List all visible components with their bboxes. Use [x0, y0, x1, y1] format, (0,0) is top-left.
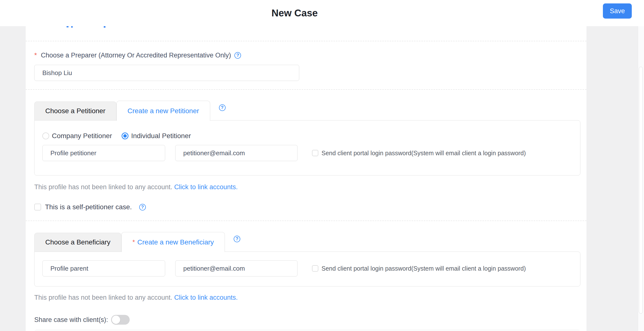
petitioner-send-password-checkbox-group[interactable]: Send client portal login password(System… — [312, 150, 526, 157]
clipped-scrolled-text-fragment — [71, 26, 73, 28]
new-case-page: * Choose a Preparer (Attorney Or Accredi… — [0, 0, 644, 331]
scrollbar-thumb[interactable] — [639, 67, 643, 314]
radio-company-petitioner[interactable]: Company Petitioner — [42, 132, 112, 140]
tab-choose-petitioner[interactable]: Choose a Petitioner — [34, 101, 116, 120]
beneficiary-panel: Send client portal login password(System… — [34, 252, 580, 287]
radio-circle — [122, 132, 128, 139]
petitioner-inputs-row: Send client portal login password(System… — [42, 145, 572, 161]
clipped-scrolled-text-fragment — [66, 26, 68, 27]
radio-circle — [42, 132, 49, 139]
right-gutter — [586, 26, 638, 331]
petitioner-email-input[interactable] — [175, 145, 298, 161]
beneficiary-send-password-checkbox-group[interactable]: Send client portal login password(System… — [312, 265, 526, 272]
dashed-divider — [26, 26, 586, 41]
self-petitioner-row: This is a self-petitioner case. ? — [34, 203, 580, 211]
petitioner-panel: Company Petitioner Individual Petitioner… — [34, 120, 580, 176]
link-accounts-link[interactable]: Click to link accounts. — [174, 294, 238, 301]
required-asterisk: * — [132, 238, 135, 246]
page-header: New Case Save — [0, 0, 644, 26]
checkbox[interactable] — [312, 265, 318, 272]
scrollbar-track[interactable] — [638, 0, 644, 331]
next-section-edge — [34, 329, 580, 331]
help-icon[interactable]: ? — [234, 52, 241, 59]
not-linked-text: This profile has not been linked to any … — [34, 183, 172, 191]
preparer-label-row: * Choose a Preparer (Attorney Or Accredi… — [34, 51, 580, 59]
send-password-label: Send client portal login password(System… — [322, 265, 526, 272]
toggle-knob — [112, 316, 120, 324]
tab-label: Create a new Beneficiary — [137, 238, 214, 246]
form-content: * Choose a Preparer (Attorney Or Accredi… — [26, 26, 586, 331]
petitioner-name-input[interactable] — [42, 145, 165, 161]
radio-label: Individual Petitioner — [131, 132, 191, 140]
preparer-label: Choose a Preparer (Attorney Or Accredite… — [41, 51, 231, 59]
help-icon[interactable]: ? — [219, 104, 226, 111]
beneficiary-inputs-row: Send client portal login password(System… — [42, 260, 572, 277]
tab-label: Choose a Beneficiary — [45, 238, 110, 246]
self-petitioner-checkbox[interactable] — [34, 204, 41, 211]
preparer-input[interactable] — [34, 65, 299, 81]
tab-create-beneficiary[interactable]: * Create a new Beneficiary — [121, 232, 225, 252]
petitioner-tabbar: Choose a Petitioner Create a new Petitio… — [34, 101, 580, 120]
checkbox[interactable] — [312, 150, 318, 156]
save-button[interactable]: Save — [603, 3, 632, 18]
tab-label: Choose a Petitioner — [45, 107, 106, 115]
clipped-scrolled-text-fragment — [104, 26, 106, 28]
beneficiary-email-input[interactable] — [175, 260, 298, 277]
share-case-row: Share case with client(s): — [34, 314, 580, 325]
tab-label: Create a new Petitioner — [128, 107, 199, 115]
beneficiary-link-note: This profile has not been linked to any … — [34, 293, 580, 302]
petitioner-link-note: This profile has not been linked to any … — [34, 183, 580, 191]
link-accounts-link[interactable]: Click to link accounts. — [174, 183, 238, 191]
beneficiary-name-input[interactable] — [42, 260, 165, 277]
radio-label: Company Petitioner — [52, 132, 112, 140]
left-gutter — [0, 26, 26, 331]
radio-individual-petitioner[interactable]: Individual Petitioner — [122, 132, 191, 140]
page-title: New Case — [0, 0, 589, 26]
petitioner-type-radios: Company Petitioner Individual Petitioner — [42, 132, 572, 140]
not-linked-text: This profile has not been linked to any … — [34, 294, 172, 301]
dashed-divider — [26, 211, 586, 221]
dashed-divider — [26, 81, 586, 90]
tab-create-petitioner[interactable]: Create a new Petitioner — [116, 101, 210, 121]
beneficiary-tabbar: Choose a Beneficiary * Create a new Bene… — [34, 232, 580, 252]
self-petitioner-label: This is a self-petitioner case. — [45, 203, 132, 211]
tab-choose-beneficiary[interactable]: Choose a Beneficiary — [34, 233, 121, 252]
share-case-label: Share case with client(s): — [34, 316, 108, 324]
help-icon[interactable]: ? — [234, 236, 240, 242]
send-password-label: Send client portal login password(System… — [322, 150, 526, 157]
required-asterisk: * — [34, 51, 37, 59]
share-toggle[interactable] — [111, 315, 130, 325]
help-icon[interactable]: ? — [139, 204, 146, 211]
